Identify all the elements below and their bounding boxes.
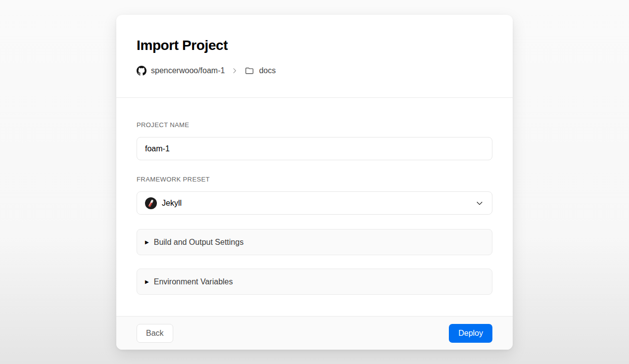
- page-title: Import Project: [137, 38, 492, 53]
- card-footer: Back Deploy: [116, 316, 513, 350]
- build-output-settings-section[interactable]: ▶ Build and Output Settings: [137, 229, 492, 255]
- environment-variables-label: Environment Variables: [154, 277, 233, 286]
- framework-preset-label: FRAMEWORK PRESET: [137, 176, 492, 183]
- back-button[interactable]: Back: [137, 324, 173, 343]
- card-body: PROJECT NAME FRAMEWORK PRESET Jekyll: [116, 98, 513, 316]
- github-icon: [137, 66, 146, 76]
- project-name-label: PROJECT NAME: [137, 121, 492, 129]
- breadcrumb: spencerwooo/foam-1 docs: [137, 66, 492, 76]
- chevron-right-icon: [231, 67, 239, 75]
- caret-right-icon: ▶: [145, 240, 149, 245]
- framework-preset-select[interactable]: Jekyll: [137, 191, 492, 215]
- build-output-settings-label: Build and Output Settings: [154, 238, 243, 247]
- breadcrumb-repo: spencerwooo/foam-1: [151, 66, 225, 75]
- folder-icon: [244, 66, 254, 76]
- framework-preset-value: Jekyll: [162, 199, 182, 208]
- project-name-input[interactable]: [137, 137, 492, 160]
- caret-right-icon: ▶: [145, 279, 149, 284]
- import-project-card: Import Project spencerwooo/foam-1 docs: [116, 15, 513, 350]
- jekyll-icon: [145, 197, 157, 209]
- breadcrumb-directory: docs: [259, 66, 276, 75]
- deploy-button[interactable]: Deploy: [449, 324, 492, 343]
- card-header: Import Project spencerwooo/foam-1 docs: [116, 15, 513, 98]
- environment-variables-section[interactable]: ▶ Environment Variables: [137, 269, 492, 295]
- chevron-down-icon: [475, 199, 484, 208]
